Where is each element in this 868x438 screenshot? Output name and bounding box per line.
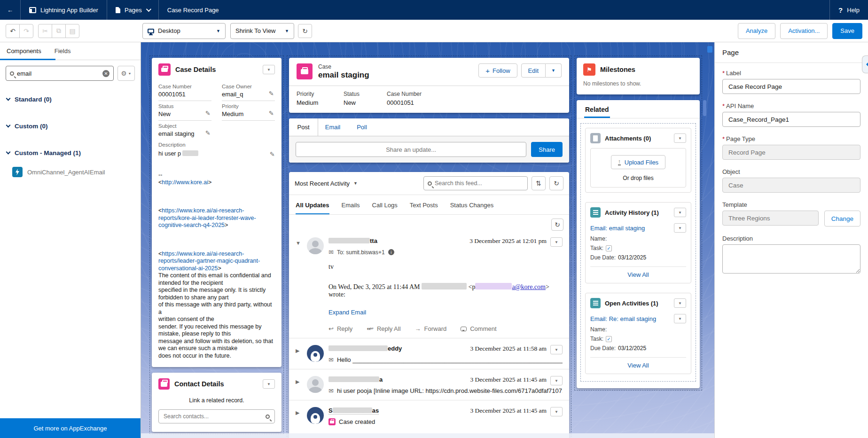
upload-files-button[interactable]: ↑ Upload Files <box>611 155 665 169</box>
kore-link[interactable]: http://www.kore.ai <box>162 179 208 186</box>
activity-email-link[interactable]: Email: Re: email staging <box>590 315 674 322</box>
share-update-input[interactable] <box>296 142 526 157</box>
change-template-button[interactable]: Change <box>824 211 860 227</box>
pages-menu[interactable]: Pages <box>107 0 159 20</box>
description-textarea[interactable] <box>722 244 860 274</box>
share-button[interactable]: Share <box>531 142 563 157</box>
info-icon[interactable]: i <box>388 249 394 255</box>
related-panel[interactable]: Related Attachments (0) ▼ ↑ <box>577 100 700 388</box>
tab-fields[interactable]: Fields <box>48 42 78 60</box>
tab-poll[interactable]: Poll <box>347 118 376 136</box>
component-settings-button[interactable]: ⚙ ▼ <box>117 66 135 81</box>
paste-button[interactable]: ▤ <box>65 24 79 38</box>
cut-button[interactable]: ✂ <box>38 24 52 38</box>
task-checkbox[interactable]: ✓ <box>606 336 612 342</box>
follow-button[interactable]: + Follow <box>478 63 517 78</box>
edit-pencil-icon[interactable]: ✎ <box>204 130 211 135</box>
copy-button[interactable]: ⧉ <box>52 24 66 38</box>
activity-email-link[interactable]: Email: email staging <box>590 225 674 232</box>
filter-call-logs[interactable]: Call Logs <box>372 195 398 214</box>
section-custom[interactable]: Custom (0) <box>7 119 141 133</box>
redo-button[interactable]: ↷ <box>19 24 33 38</box>
back-button[interactable]: ← <box>0 0 21 20</box>
tab-related[interactable]: Related <box>584 100 610 118</box>
device-select[interactable]: Desktop ▼ <box>142 23 226 39</box>
comment-action[interactable]: Comment <box>461 325 496 332</box>
appexchange-banner[interactable]: Get more on AppExchange <box>0 418 141 438</box>
attachments-card[interactable]: Attachments (0) ▼ ↑ Upload Files Or drop… <box>585 128 691 193</box>
reply-action[interactable]: ↩Reply <box>328 325 352 332</box>
filter-text-posts[interactable]: Text Posts <box>410 195 438 214</box>
section-standard[interactable]: Standard (0) <box>7 92 141 106</box>
contact-search-input[interactable] <box>164 413 266 420</box>
feed-density-button[interactable]: ⇅ <box>532 176 546 190</box>
feed-refresh-button[interactable]: ↻ <box>549 176 563 190</box>
canvas-scrollbar-thumb[interactable] <box>707 46 712 53</box>
feed-search-input[interactable] <box>435 180 524 187</box>
collapse-item-chevron[interactable]: ▼ <box>296 237 302 332</box>
feed-item-menu-button[interactable]: ▼ <box>550 376 563 385</box>
expand-email-link[interactable]: Expand Email <box>328 309 366 316</box>
tab-email[interactable]: Email <box>318 118 347 136</box>
feed-sort-select[interactable]: Most Recent Activity ▼ <box>295 180 358 187</box>
analyze-button[interactable]: Analyze <box>738 23 775 39</box>
view-zoom-select[interactable]: Shrink To View ▼ <box>230 23 294 39</box>
filter-all-updates[interactable]: All Updates <box>296 195 329 214</box>
contact-search-box[interactable] <box>158 409 275 423</box>
panel-menu-button[interactable]: ▼ <box>263 65 275 74</box>
view-all-link[interactable]: View All <box>627 271 649 278</box>
section-custom-managed[interactable]: Custom - Managed (1) <box>7 146 141 160</box>
view-all-link[interactable]: View All <box>627 362 649 369</box>
clear-search-icon[interactable]: ✕ <box>102 70 109 77</box>
refresh-button[interactable]: ↻ <box>298 24 312 38</box>
feed-item-menu-button[interactable]: ▼ <box>550 345 563 354</box>
component-omnichannel-agent-ai-email[interactable]: OmniChannel_AgentAIEmail <box>7 167 141 177</box>
activation-button[interactable]: Activation... <box>780 23 828 39</box>
tab-post[interactable]: Post <box>289 118 318 136</box>
edit-pencil-icon[interactable]: ✎ <box>268 110 275 116</box>
card-menu-button[interactable]: ▼ <box>674 208 686 217</box>
file-drop-zone[interactable]: ↑ Upload Files Or drop files <box>590 148 686 188</box>
card-menu-button[interactable]: ▼ <box>674 133 686 143</box>
card-menu-button[interactable]: ▼ <box>674 298 686 308</box>
feed-author-name[interactable]: eddy <box>328 345 402 352</box>
horizontal-scrollbar[interactable] <box>141 433 714 438</box>
component-search-box[interactable]: ✕ <box>6 66 114 81</box>
edit-pencil-icon[interactable]: ✎ <box>204 110 211 116</box>
contact-details-panel[interactable]: Contact Details ▼ Link a related record. <box>152 373 282 432</box>
feed-item-menu-button[interactable]: ▼ <box>550 237 563 247</box>
row-menu-button[interactable]: ▼ <box>674 223 686 233</box>
feed-author-name[interactable]: tta <box>328 237 377 244</box>
label-input[interactable] <box>722 79 860 94</box>
feed-author-name[interactable]: a <box>328 376 383 383</box>
milestones-panel[interactable]: ⚑ Milestones No milestones to show. <box>577 58 700 94</box>
case-details-panel[interactable]: Case Details ▼ Case Number 00001051 Case… <box>152 58 282 367</box>
activity-history-card[interactable]: Activity History (1) ▼ Email: email stag… <box>585 202 691 283</box>
edit-pencil-icon[interactable]: ✎ <box>269 151 275 156</box>
filter-status-changes[interactable]: Status Changes <box>450 195 494 214</box>
reply-all-action[interactable]: ↩↩Reply All <box>367 325 400 332</box>
region-scrollbar-thumb[interactable] <box>703 100 706 116</box>
forrester-report-link[interactable]: https://www.kore.ai/ai-research-reports/… <box>158 207 256 228</box>
email-address-link[interactable]: a@kore.com <box>512 283 546 290</box>
edit-button[interactable]: Edit <box>521 63 546 78</box>
row-menu-button[interactable]: ▼ <box>674 314 686 323</box>
gartner-report-link[interactable]: https://www.kore.ai/ai-research-reports/… <box>158 250 260 272</box>
task-checkbox[interactable]: ✓ <box>606 245 612 251</box>
feed-reload-button[interactable]: ↻ <box>551 219 563 231</box>
panel-menu-button[interactable]: ▼ <box>263 379 275 389</box>
feed-author-name[interactable]: Sas <box>328 407 379 415</box>
highlights-panel[interactable]: Case email staging + Follow Edit ▼ <box>289 58 569 113</box>
feed-panel[interactable]: Most Recent Activity ▼ ⇅ ↻ All Updates E… <box>289 172 569 438</box>
open-activities-card[interactable]: Open Activities (1) ▼ Email: Re: email s… <box>585 293 691 374</box>
collapse-panel-button[interactable] <box>862 55 868 73</box>
forward-action[interactable]: →Forward <box>415 325 447 332</box>
edit-pencil-icon[interactable]: ✎ <box>268 91 275 96</box>
save-button[interactable]: Save <box>832 23 862 39</box>
help-button[interactable]: ? Help <box>829 0 868 20</box>
expand-item-chevron[interactable]: ▶ <box>296 376 302 394</box>
undo-button[interactable]: ↶ <box>6 24 20 38</box>
api-name-input[interactable] <box>722 112 860 127</box>
feed-search-box[interactable] <box>423 176 528 190</box>
expand-item-chevron[interactable]: ▶ <box>296 407 302 425</box>
